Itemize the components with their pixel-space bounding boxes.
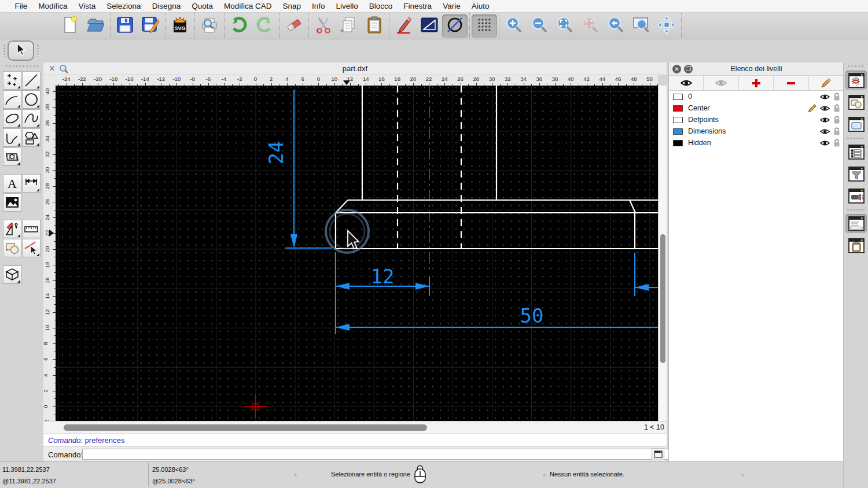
redo-button[interactable] [252, 14, 277, 38]
layer-lock-icon[interactable] [833, 116, 840, 124]
layer-color-swatch[interactable] [673, 117, 683, 123]
blocks-panel-dock-button[interactable] [845, 93, 867, 112]
select-tool-button[interactable] [8, 40, 34, 61]
zoom-in-button[interactable] [501, 14, 527, 38]
menu-item-modifica[interactable]: Modifica [33, 2, 73, 10]
layer-lock-icon[interactable] [833, 93, 840, 101]
zoom-auto-button[interactable] [552, 14, 578, 38]
menu-item-info[interactable]: Info [307, 2, 331, 10]
layer-plus-red-button[interactable] [739, 76, 774, 90]
layer-color-swatch[interactable] [673, 128, 683, 135]
layer-eye-black-button[interactable] [669, 76, 704, 90]
blocks-tool-button[interactable] [3, 239, 21, 257]
command-prompt-label: Comando: [48, 450, 83, 459]
restrict-angle-button[interactable] [417, 14, 442, 38]
horizontal-scroll-handle[interactable] [64, 424, 427, 431]
ellipse-tool-button[interactable] [3, 109, 21, 128]
menu-item-varie[interactable]: Varie [437, 2, 466, 10]
polyline-tool-button[interactable] [3, 128, 21, 147]
layers-panel-dock-button[interactable] [845, 71, 867, 90]
grid-toggle-button[interactable] [472, 14, 497, 38]
menu-item-modifica-cad[interactable]: Modifica CAD [218, 2, 277, 10]
save-button[interactable] [112, 14, 138, 38]
svg-export-button[interactable]: SVG [167, 14, 193, 38]
menu-item-disegna[interactable]: Disegna [146, 2, 186, 10]
layer-visibility-icon[interactable] [820, 140, 830, 146]
selection-filter-dock-button[interactable] [845, 164, 867, 183]
layer-minus-red-button[interactable] [774, 76, 808, 90]
layer-visibility-icon[interactable] [820, 117, 830, 123]
hatch-tool-button[interactable] [3, 147, 21, 166]
layer-color-swatch[interactable] [673, 140, 683, 146]
horizontal-scrollbar[interactable]: 1 < 10 [43, 421, 667, 434]
layer-row-hidden[interactable]: Hidden [669, 137, 844, 149]
modify-tool-button[interactable] [3, 220, 21, 238]
drawing-canvas[interactable]: 24 12 50 [56, 86, 658, 421]
undo-button[interactable] [226, 14, 252, 38]
dimension-tool-button[interactable] [22, 174, 41, 193]
vertical-scroll-handle[interactable] [660, 234, 665, 363]
cube3d-tool-button[interactable] [3, 265, 21, 284]
new-file-button[interactable] [57, 14, 83, 38]
line-tool-button[interactable] [22, 71, 41, 90]
zoom-window-button[interactable] [628, 14, 654, 38]
library-browser-dock-button[interactable] [845, 114, 867, 134]
menu-item-file[interactable]: File [9, 2, 33, 10]
menu-item-aiuto[interactable]: Aiuto [466, 2, 495, 10]
shapes-tool-button[interactable] [22, 128, 41, 147]
print-preview-icon [200, 16, 219, 36]
text-tool-button[interactable]: A [3, 174, 21, 193]
menu-item-vista[interactable]: Vista [73, 2, 101, 10]
layer-lock-icon[interactable] [833, 104, 840, 113]
paste-clipboard-button[interactable] [362, 14, 387, 38]
entity-list-dock-button[interactable] [845, 142, 867, 161]
layer-pencil-button[interactable] [809, 76, 844, 90]
command-window-toggle-button[interactable] [652, 448, 664, 460]
pan-button[interactable] [654, 14, 679, 38]
layer-row-dimensions[interactable]: Dimensions [669, 125, 844, 137]
circle-tool-button[interactable] [22, 90, 41, 109]
select-entity-tool-button[interactable] [22, 239, 41, 257]
save-as-button[interactable] [138, 14, 163, 38]
layer-visibility-icon[interactable] [820, 94, 830, 100]
zoom-out-button[interactable] [527, 14, 552, 38]
zoom-previous-button[interactable] [603, 14, 628, 38]
h-ruler-label: 48 [631, 76, 637, 82]
spline-tool-button[interactable] [22, 109, 41, 128]
menu-item-livello[interactable]: Livello [330, 2, 363, 10]
command-widget-dock-button[interactable] [845, 214, 867, 233]
menu-item-quota[interactable]: Quota [186, 2, 219, 10]
image-tool-button[interactable] [3, 193, 21, 212]
layer-eye-gray-button[interactable] [704, 76, 738, 90]
layer-row-defpoints[interactable]: Defpoints [669, 114, 844, 125]
menu-item-snap[interactable]: Snap [277, 2, 307, 10]
menu-item-finestra[interactable]: Finestra [398, 2, 437, 10]
layer-row-center[interactable]: Center [669, 102, 844, 114]
copy-button[interactable]: + [336, 14, 362, 38]
layer-color-swatch[interactable] [673, 105, 683, 112]
layer-visibility-icon[interactable] [820, 128, 830, 135]
zoom-window-icon [632, 16, 650, 36]
layer-lock-icon[interactable] [833, 127, 840, 136]
print-preview-button[interactable] [197, 14, 222, 38]
layer-lock-icon[interactable] [833, 139, 840, 147]
delete-eraser-button[interactable] [281, 14, 307, 38]
arc-tool-button[interactable] [3, 90, 21, 109]
layer-visibility-icon[interactable] [820, 105, 830, 112]
cut-scissors-button[interactable]: + [311, 14, 336, 38]
vertical-scrollbar[interactable] [658, 86, 667, 422]
command-input[interactable] [82, 449, 694, 460]
layer-row-0[interactable]: 0 [669, 91, 844, 102]
open-folder-button[interactable] [83, 14, 108, 38]
layer-color-swatch[interactable] [673, 94, 683, 100]
spotlight-dock-button[interactable] [845, 186, 867, 205]
zoom-select-button[interactable] [578, 14, 603, 38]
menu-item-blocco[interactable]: Blocco [363, 2, 398, 10]
draw-pencil-button[interactable] [391, 14, 417, 38]
clipboard-viewer-dock-button[interactable] [845, 236, 867, 255]
menu-item-seleziona[interactable]: Seleziona [101, 2, 146, 10]
measure-tool-button[interactable] [22, 220, 41, 238]
h-ruler-label: 6 [301, 76, 304, 82]
points-tool-button[interactable] [3, 71, 21, 90]
circle-slash-button[interactable] [442, 14, 468, 38]
